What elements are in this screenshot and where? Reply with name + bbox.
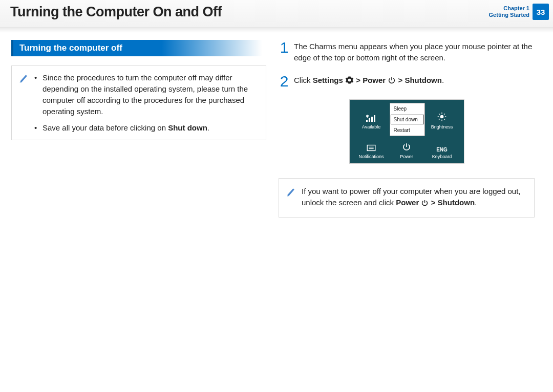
- step-2-settings: Settings: [313, 76, 343, 84]
- charms-keyboard-label: Keyboard: [432, 154, 452, 159]
- svg-line-10: [439, 114, 440, 115]
- svg-line-12: [444, 114, 445, 115]
- step-2-period: .: [442, 76, 444, 84]
- note-icon: [19, 72, 30, 134]
- header-shadow: [0, 28, 553, 33]
- power-icon: [421, 199, 429, 210]
- charms-screenshot: ✱ Available Brightness: [279, 99, 535, 164]
- power-menu-shutdown[interactable]: Shut down: [390, 114, 424, 125]
- chapter-line-2: Getting Started: [489, 12, 529, 18]
- content-area: Turning the computer off • Since the pro…: [0, 33, 553, 228]
- charms-notifications: Notifications: [354, 135, 389, 159]
- left-column: Turning the computer off • Since the pro…: [11, 40, 266, 217]
- step-1-body: The Charms menu appears when you place y…: [294, 40, 535, 63]
- step-2-gt1: >: [356, 76, 363, 84]
- charms-brightness-label: Brightness: [431, 124, 453, 129]
- note-box-left: • Since the procedures to turn the compu…: [11, 66, 266, 140]
- section-heading-text: Turning the computer off: [11, 40, 122, 56]
- signal-icon: ✱: [366, 115, 376, 123]
- svg-point-5: [440, 115, 444, 119]
- note-bullet-2: Save all your data before clicking on Sh…: [42, 122, 209, 134]
- svg-line-13: [439, 119, 440, 120]
- gear-icon: [345, 76, 354, 88]
- note-right-gt: >: [431, 198, 438, 207]
- step-2-shutdown: Shutdown: [405, 76, 441, 84]
- note-bullet-1: Since the procedures to turn the compute…: [42, 72, 259, 117]
- step-2-number: 2: [279, 74, 290, 89]
- step-1-number: 1: [279, 40, 290, 63]
- page-title: Turning the Computer On and Off: [10, 4, 543, 20]
- step-2: 2 Click Settings > Power > Shutdown.: [279, 74, 535, 89]
- note-body-left: • Since the procedures to turn the compu…: [34, 72, 259, 134]
- svg-rect-14: [367, 145, 375, 151]
- power-menu-sleep[interactable]: Sleep: [390, 103, 424, 114]
- svg-text:✱: ✱: [366, 115, 369, 119]
- chapter-line-1: Chapter 1: [489, 5, 529, 12]
- page-header: Turning the Computer On and Off Chapter …: [0, 0, 553, 28]
- charms-available-label: Available: [362, 124, 380, 129]
- svg-rect-3: [374, 115, 375, 122]
- page-number-badge: 33: [533, 4, 549, 20]
- note-right-period: .: [475, 198, 477, 207]
- step-2-body: Click Settings > Power > Shutdown.: [294, 74, 535, 89]
- step-1: 1 The Charms menu appears when you place…: [279, 40, 535, 63]
- charms-power: Power: [389, 135, 424, 159]
- bullet-dot: •: [34, 122, 39, 134]
- brightness-icon: [437, 112, 447, 123]
- charms-keyboard: ENG Keyboard: [424, 135, 460, 159]
- keyboard-lang: ENG: [436, 147, 448, 153]
- note-bullet-2-a: Save all your data before clicking on: [42, 123, 168, 132]
- svg-line-11: [444, 119, 445, 120]
- charms-panel: ✱ Available Brightness: [349, 99, 464, 164]
- power-icon: [402, 142, 411, 153]
- svg-rect-0: [366, 120, 368, 122]
- charms-brightness: Brightness: [424, 105, 460, 129]
- charms-power-label: Power: [400, 154, 413, 159]
- note-right-shutdown: Shutdown: [438, 198, 475, 207]
- note-icon: [286, 186, 297, 210]
- svg-rect-2: [371, 117, 373, 122]
- charms-notifications-label: Notifications: [358, 154, 384, 159]
- note-right-body: If you want to power off your computer w…: [302, 186, 527, 210]
- step-2-power: Power: [363, 76, 386, 84]
- svg-rect-1: [369, 118, 370, 122]
- note-box-right: If you want to power off your computer w…: [279, 178, 535, 217]
- step-2-gt2: >: [398, 76, 405, 84]
- bullet-dot: •: [34, 72, 39, 117]
- notifications-icon: [366, 144, 376, 153]
- chapter-label: Chapter 1 Getting Started: [489, 5, 529, 18]
- charms-available: ✱ Available: [354, 105, 389, 129]
- note-bullet-2-c: .: [207, 123, 209, 132]
- note-bullet-2-b: Shut down: [168, 123, 207, 132]
- note-right-power: Power: [396, 198, 419, 207]
- right-column: 1 The Charms menu appears when you place…: [279, 40, 535, 217]
- power-menu-restart[interactable]: Restart: [390, 125, 424, 136]
- power-icon: [388, 76, 396, 88]
- power-menu: Sleep Shut down Restart: [390, 103, 425, 136]
- step-2-a: Click: [294, 76, 313, 84]
- section-heading: Turning the computer off: [11, 40, 266, 56]
